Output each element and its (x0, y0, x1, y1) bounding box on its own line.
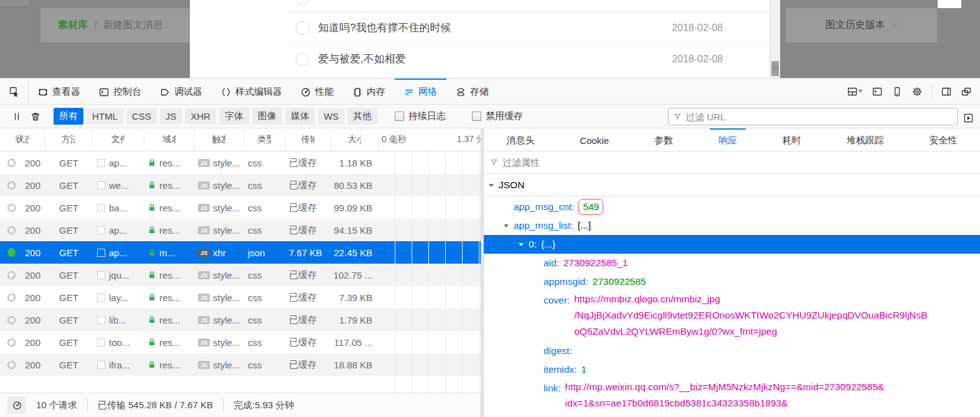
tree-row-itemidx[interactable]: itemidx:1 (484, 360, 980, 379)
filter-pill-css[interactable]: CSS (126, 108, 157, 124)
column-header[interactable]: 大小 (331, 128, 379, 151)
settings-gear-button[interactable] (908, 83, 926, 100)
expand-arrow-icon[interactable] (489, 176, 499, 194)
tab-performance-label: 性能 (315, 86, 334, 98)
column-header[interactable]: 触发 (194, 128, 244, 151)
tree-row-link[interactable]: link:http://mp.weixin.qq.com/s?__biz=MjM… (484, 379, 980, 413)
domain-cell: res... (144, 151, 194, 174)
responsive-mode-button[interactable] (888, 83, 906, 100)
tab-inspector[interactable]: 查看器 (29, 79, 90, 104)
details-tab-安全性[interactable]: 安全性 (920, 128, 966, 151)
details-tab-参数[interactable]: 参数 (646, 128, 682, 151)
sidebar-toggle-button[interactable] (938, 83, 955, 100)
request-row[interactable]: 200GETwe...res...JSstyle...css已缓存80.53 K… (0, 174, 481, 196)
disable-cache-checkbox[interactable] (472, 112, 481, 121)
request-row[interactable]: 200GETifra...res...JSstyle...css已缓存18.88… (0, 353, 481, 376)
split-console-button[interactable] (869, 83, 886, 100)
tree-row-aid[interactable]: aid:2730922585_1 (484, 254, 980, 272)
radio-button[interactable] (296, 21, 309, 35)
details-tab-消息头[interactable]: 消息头 (497, 128, 543, 151)
request-row[interactable]: 200GETjqu...res...JSstyle...css已缓存102.75… (0, 264, 481, 286)
column-header[interactable]: 方法 (45, 128, 92, 151)
pick-element-icon (9, 87, 19, 97)
type-cell: css (244, 353, 285, 376)
tab-styleeditor[interactable]: 样式编辑器 (212, 79, 291, 104)
status-code: 200 (25, 225, 40, 236)
request-row[interactable]: 200GETlay...res...JSstyle...css已缓存7.39 K… (0, 286, 481, 309)
tree-row-item-0[interactable]: 0:{...} (484, 235, 980, 254)
column-header[interactable]: 类型 (244, 128, 285, 151)
radio-button[interactable] (296, 52, 309, 66)
transferred-cell: 7.67 KB (285, 241, 331, 264)
persist-log-checkbox[interactable] (395, 112, 404, 121)
column-header[interactable]: 文件 (92, 128, 144, 151)
transferred-label: 已缓存 (289, 180, 317, 191)
filter-pill-ws[interactable]: WS (318, 108, 344, 124)
request-row[interactable]: 200GETlib...res...JSstyle...css已缓存1.79 K… (0, 309, 481, 331)
lock-icon (148, 181, 156, 189)
details-tab-耗时[interactable]: 耗时 (774, 128, 810, 151)
properties-filter-input[interactable] (502, 157, 980, 168)
type-cell: css (244, 264, 285, 286)
filter-pill-字体[interactable]: 字体 (219, 108, 249, 125)
clear-requests-button[interactable] (26, 108, 45, 125)
pick-element-button[interactable] (0, 79, 29, 104)
json-value: http://mp.weixin.qq.com/s?__biz=MjM5Nzkz… (565, 379, 885, 411)
tree-row-digest[interactable]: digest: (484, 342, 980, 360)
tree-row-cover[interactable]: cover:https://mmbiz.qlogo.cn/mmbiz_jpg/N… (484, 291, 980, 342)
column-header[interactable]: 传输 (285, 128, 331, 151)
persist-log-toggle[interactable]: 持续日志 (395, 110, 446, 122)
column-header[interactable]: 域名 (144, 128, 194, 151)
filter-pill-html[interactable]: HTML (87, 108, 123, 124)
expand-arrow-icon[interactable] (504, 216, 514, 235)
file-name: ap... (109, 247, 127, 258)
filter-pill-其他[interactable]: 其他 (347, 108, 377, 125)
radio-button[interactable] (296, 0, 309, 5)
performance-analysis-button[interactable] (7, 396, 26, 414)
list-item[interactable]: 知道吗?我也有撑不住的时候2018-02-08 (288, 12, 770, 43)
tree-row-appmsgid[interactable]: appmsgid:2730922585 (484, 272, 980, 291)
tree-row-root[interactable]: JSON (484, 176, 980, 194)
tree-row-app-msg-list[interactable]: app_msg_list:[...] (484, 216, 980, 235)
dock-window-button[interactable] (958, 83, 975, 100)
request-row[interactable]: 200GETap...m...JSxhrjson7.67 KB22.45 KB (0, 241, 481, 264)
file-icon (97, 316, 105, 324)
filter-pill-js[interactable]: JS (160, 108, 182, 124)
network-details-toggle-button[interactable] (959, 109, 978, 127)
dock-bottom-button[interactable] (844, 83, 866, 100)
scrollbar-thumb[interactable] (771, 61, 779, 76)
waterfall-header[interactable]: 0 毫秒1.37 分 (379, 128, 481, 151)
filter-pill-所有[interactable]: 所有 (54, 108, 83, 125)
tree-row-app-msg-cnt[interactable]: app_msg_cnt:549 (484, 198, 980, 216)
size-label: 102.75 ... (333, 270, 372, 280)
tab-storage[interactable]: 存储 (446, 79, 498, 104)
tab-debugger[interactable]: 调试器 (151, 79, 212, 104)
list-item[interactable]: 爱与被爱,不如相爱2018-02-08 (288, 43, 770, 74)
status-cell: 200 (0, 174, 45, 196)
column-header[interactable]: 状态 (0, 128, 45, 151)
request-row[interactable]: 200GETba...res...JSstyle...css已缓存99.09 K… (0, 196, 481, 219)
filter-pill-xhr[interactable]: XHR (185, 108, 216, 124)
tab-console[interactable]: 控制台 (90, 79, 151, 104)
tab-performance[interactable]: 性能 (291, 79, 343, 104)
details-tab-cookie[interactable]: Cookie (571, 128, 618, 151)
dialog-scrollbar[interactable] (770, 0, 780, 78)
breadcrumb-library-link[interactable]: 素材库 (58, 19, 88, 32)
domain-cell: res... (144, 286, 194, 309)
details-tab-堆栈跟踪[interactable]: 堆栈跟踪 (838, 128, 893, 151)
expand-arrow-icon[interactable] (519, 235, 529, 254)
filter-pill-图像[interactable]: 图像 (252, 108, 282, 125)
details-tab-响应[interactable]: 响应 (710, 128, 746, 151)
request-row[interactable]: 200GETtoo...res...JSstyle...css已缓存117.05… (0, 331, 481, 353)
domain-cell: res... (144, 196, 194, 219)
disable-cache-toggle[interactable]: 禁用缓存 (472, 110, 523, 122)
filter-pill-媒体[interactable]: 媒体 (285, 108, 315, 125)
url-filter-input[interactable] (686, 112, 952, 122)
pause-recording-button[interactable] (7, 108, 26, 125)
request-row[interactable]: 200GETap...res...JSstyle...css已缓存1.18 KB (0, 151, 481, 174)
tab-memory[interactable]: 内存 (343, 79, 395, 104)
tab-network[interactable]: 网络 (395, 79, 446, 104)
waterfall-cell (379, 264, 481, 286)
history-version-button[interactable]: 图文历史版本 ∨ (786, 8, 937, 42)
request-row[interactable]: 200GETap...res...JSstyle...css已缓存94.15 K… (0, 219, 481, 241)
